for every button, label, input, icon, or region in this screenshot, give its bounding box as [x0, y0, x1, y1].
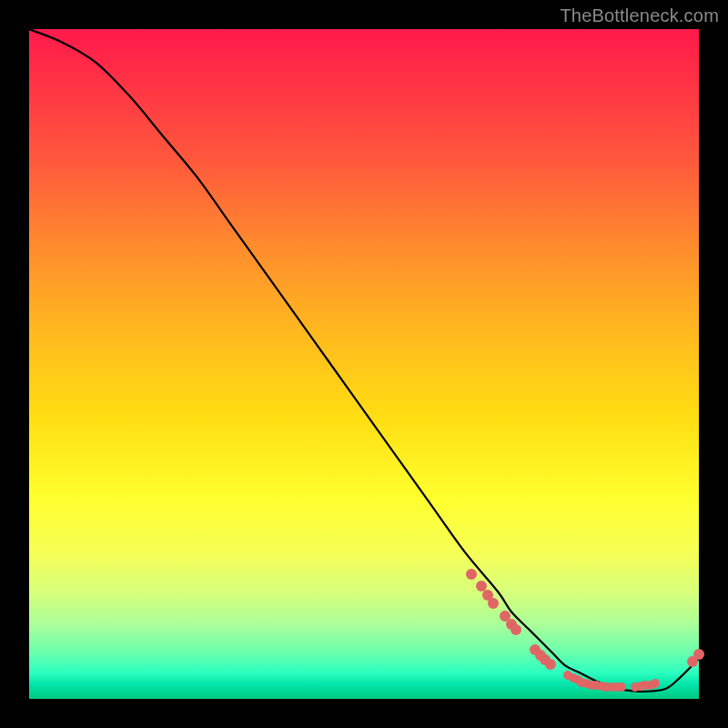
data-point: [545, 659, 556, 670]
data-point: [617, 682, 626, 692]
data-point: [511, 624, 521, 635]
data-point: [693, 649, 704, 660]
plot-area: [29, 29, 699, 699]
data-point: [488, 598, 499, 609]
watermark-text: TheBottleneck.com: [560, 5, 719, 26]
curve-layer: [29, 29, 699, 699]
chart-stage: TheBottleneck.com: [0, 0, 728, 728]
data-point: [466, 569, 477, 580]
bottleneck-curve: [29, 29, 699, 692]
data-point: [651, 679, 660, 688]
